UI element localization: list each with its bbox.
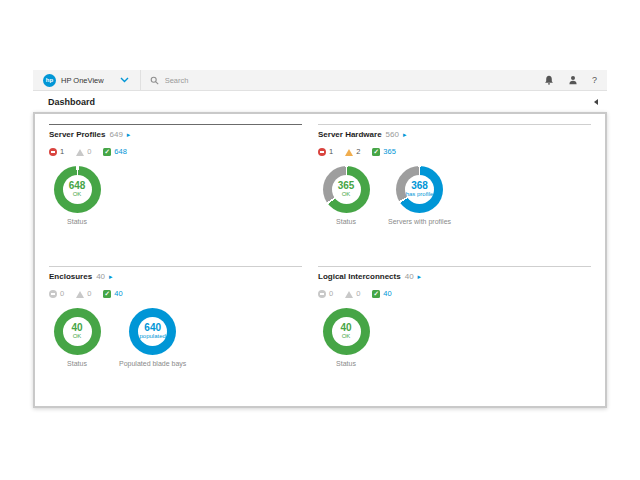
panel-server-hardware-header[interactable]: Server Hardware 560 ▸ [318, 130, 591, 139]
charts-row: 40 OK Status [318, 308, 591, 367]
critical-icon [318, 290, 326, 298]
donut-ring[interactable]: 648 OK [54, 166, 101, 213]
status-counts-row: 1 0 ✓ 648 [49, 148, 302, 156]
panel-count: 560 [386, 130, 399, 139]
help-icon[interactable]: ? [592, 75, 597, 85]
hp-oneview-app: hp HP OneView [33, 70, 607, 408]
critical-count-value: 1 [329, 148, 333, 156]
panel-count: 649 [109, 130, 122, 139]
chart-label: Status [67, 360, 87, 367]
donut-sublabel: has profile [406, 191, 434, 199]
status-donut-chart: 40 OK Status [318, 308, 374, 367]
status-donut-chart: 40 OK Status [49, 308, 105, 367]
chart-label: Status [336, 218, 356, 225]
critical-count[interactable]: 0 [318, 290, 333, 298]
ok-count[interactable]: ✓ 40 [372, 290, 391, 298]
ok-count[interactable]: ✓ 365 [372, 148, 396, 156]
donut-center: 365 OK [332, 175, 361, 204]
topbar-actions: ? [544, 75, 597, 85]
donut-sublabel: OK [73, 191, 82, 199]
more-arrow-icon: ▸ [127, 131, 131, 138]
warning-icon [76, 149, 84, 156]
chart-label: Servers with profiles [388, 218, 451, 225]
critical-icon [49, 148, 57, 156]
panel-title: Server Hardware [318, 130, 382, 139]
donut-value: 640 [144, 322, 161, 333]
warning-icon [345, 291, 353, 298]
warning-count[interactable]: 2 [345, 148, 360, 156]
donut-ring[interactable]: 640 populated [129, 308, 176, 355]
panel-logical-interconnects-header[interactable]: Logical Interconnects 40 ▸ [318, 272, 591, 281]
search-box[interactable] [150, 75, 544, 86]
user-account-icon[interactable] [568, 75, 578, 85]
ok-count[interactable]: ✓ 648 [103, 148, 127, 156]
search-input[interactable] [163, 75, 363, 86]
status-donut-chart: 365 OK Status [318, 166, 374, 225]
ok-count-value: 648 [114, 148, 127, 156]
panel-server-profiles: Server Profiles 649 ▸ 1 0 ✓ 648 [49, 124, 302, 254]
chart-label: Status [336, 360, 356, 367]
more-arrow-icon: ▸ [403, 131, 407, 138]
donut-ring[interactable]: 368 has profile [396, 166, 443, 213]
search-icon [150, 76, 159, 85]
status-donut-chart: 648 OK Status [49, 166, 105, 225]
critical-count[interactable]: 1 [318, 148, 333, 156]
warning-count-value: 0 [87, 290, 91, 298]
donut-sublabel: OK [342, 191, 351, 199]
chevron-down-icon[interactable] [120, 77, 129, 83]
notifications-bell-icon[interactable] [544, 75, 554, 85]
top-bar: hp HP OneView [33, 70, 607, 91]
charts-row: 648 OK Status [49, 166, 302, 225]
donut-center: 40 OK [332, 317, 361, 346]
page-header: Dashboard [33, 91, 607, 112]
donut-sublabel: OK [73, 333, 82, 341]
critical-count[interactable]: 1 [49, 148, 64, 156]
dashboard-grid: Server Profiles 649 ▸ 1 0 ✓ 648 [49, 124, 591, 396]
donut-value: 40 [340, 322, 351, 333]
chart-label: Status [67, 218, 87, 225]
donut-value: 365 [338, 180, 355, 191]
donut-sublabel: OK [342, 333, 351, 341]
ok-count[interactable]: ✓ 40 [103, 290, 122, 298]
ok-count-value: 365 [383, 148, 396, 156]
brand-label: HP OneView [61, 76, 104, 85]
warning-count[interactable]: 0 [76, 148, 91, 156]
warning-count[interactable]: 0 [76, 290, 91, 298]
panel-title: Enclosures [49, 272, 92, 281]
critical-count[interactable]: 0 [49, 290, 64, 298]
donut-ring[interactable]: 40 OK [54, 308, 101, 355]
charts-row: 365 OK Status 368 has profile [318, 166, 591, 225]
donut-center: 40 OK [63, 317, 92, 346]
panel-count: 40 [405, 272, 414, 281]
ok-count-value: 40 [114, 290, 122, 298]
hp-logo-icon[interactable]: hp [43, 74, 56, 87]
critical-icon [318, 148, 326, 156]
donut-center: 368 has profile [405, 175, 434, 204]
ok-check-icon: ✓ [372, 290, 380, 298]
donut-center: 640 populated [138, 317, 167, 346]
warning-count-value: 0 [87, 148, 91, 156]
donut-value: 40 [71, 322, 82, 333]
topbar-divider [140, 70, 141, 90]
panel-enclosures: Enclosures 40 ▸ 0 0 ✓ 40 [49, 266, 302, 396]
panel-logical-interconnects: Logical Interconnects 40 ▸ 0 0 ✓ [318, 266, 591, 396]
status-counts-row: 0 0 ✓ 40 [318, 290, 591, 298]
page-title: Dashboard [48, 97, 95, 107]
critical-count-value: 0 [329, 290, 333, 298]
warning-count[interactable]: 0 [345, 290, 360, 298]
donut-ring[interactable]: 365 OK [323, 166, 370, 213]
critical-count-value: 0 [60, 290, 64, 298]
donut-value: 648 [69, 180, 86, 191]
ok-count-value: 40 [383, 290, 391, 298]
blade-bays-donut-chart: 640 populated Populated blade bays [119, 308, 186, 367]
more-arrow-icon: ▸ [109, 273, 113, 280]
donut-sublabel: populated [139, 333, 165, 341]
warning-count-value: 2 [356, 148, 360, 156]
donut-ring[interactable]: 40 OK [323, 308, 370, 355]
collapse-arrow-icon [594, 99, 598, 105]
ok-check-icon: ✓ [103, 290, 111, 298]
collapse-panel-button[interactable] [594, 99, 598, 105]
panel-server-profiles-header[interactable]: Server Profiles 649 ▸ [49, 130, 302, 139]
warning-icon [76, 291, 84, 298]
panel-enclosures-header[interactable]: Enclosures 40 ▸ [49, 272, 302, 281]
